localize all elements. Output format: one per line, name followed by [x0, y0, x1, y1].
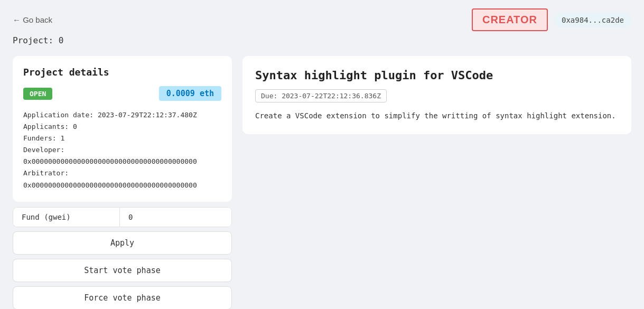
applicants: Applicants: 0 — [23, 121, 221, 133]
application-date: Application date: 2023-07-29T22:12:37.48… — [23, 109, 221, 121]
start-vote-button[interactable]: Start vote phase — [13, 259, 232, 282]
project-details-text: Application date: 2023-07-29T22:12:37.48… — [23, 109, 221, 191]
status-badge: OPEN — [23, 88, 52, 100]
top-nav: ← Go back CREATOR 0xa984...ca2de — [13, 8, 631, 31]
creator-badge: CREATOR — [472, 8, 548, 31]
project-description: Create a VSCode extension to simplify th… — [255, 110, 619, 121]
fund-row: Fund (gwei) — [13, 207, 232, 227]
project-name: Syntax highlight plugin for VSCode — [255, 69, 619, 82]
main-content: Project details OPEN 0.0009 eth Applicat… — [13, 56, 631, 309]
header-right: CREATOR 0xa984...ca2de — [472, 8, 631, 31]
developer-label: Developer: — [23, 144, 221, 156]
arbitrator-address: 0x00000000000000000000000000000000000000… — [23, 180, 221, 191]
left-panel: Project details OPEN 0.0009 eth Applicat… — [13, 56, 232, 309]
project-title-row: Project: 0 — [13, 35, 631, 45]
due-date-badge: Due: 2023-07-22T22:12:36.836Z — [255, 89, 387, 102]
wallet-address: 0xa984...ca2de — [554, 13, 631, 27]
fund-input[interactable] — [119, 207, 232, 227]
right-panel: Syntax highlight plugin for VSCode Due: … — [242, 56, 631, 134]
go-back-link[interactable]: ← Go back — [13, 15, 52, 24]
developer-address: 0x00000000000000000000000000000000000000… — [23, 156, 221, 167]
card-title: Project details — [23, 67, 221, 78]
force-vote-button[interactable]: Force vote phase — [13, 286, 232, 309]
apply-button[interactable]: Apply — [13, 231, 232, 255]
status-row: OPEN 0.0009 eth — [23, 86, 221, 101]
project-details-card: Project details OPEN 0.0009 eth Applicat… — [13, 56, 232, 202]
project-label: Project: 0 — [13, 35, 63, 45]
arbitrator-label: Arbitrator: — [23, 167, 221, 179]
eth-amount: 0.0009 eth — [159, 86, 221, 101]
fund-label: Fund (gwei) — [13, 207, 119, 227]
funders: Funders: 1 — [23, 133, 221, 144]
